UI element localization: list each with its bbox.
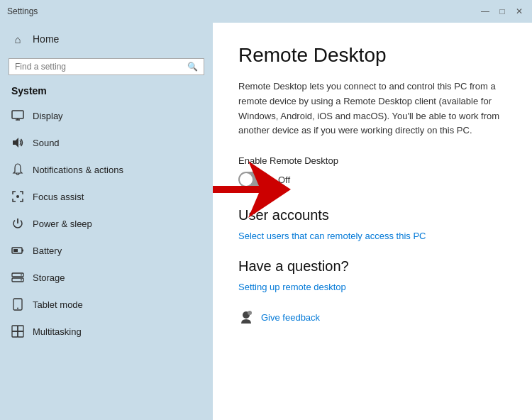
- sidebar-item-focus[interactable]: Focus assist: [0, 183, 213, 210]
- svg-rect-6: [22, 250, 23, 252]
- home-icon: ⌂: [11, 33, 24, 45]
- sidebar-item-focus-label: Focus assist: [33, 192, 84, 202]
- svg-point-10: [21, 275, 22, 276]
- sidebar-item-multitasking[interactable]: Multitasking: [0, 318, 213, 345]
- main-content: Remote Desktop Remote Desktop lets you c…: [213, 23, 532, 420]
- svg-point-13: [17, 308, 18, 309]
- svg-marker-3: [13, 138, 18, 148]
- svg-rect-16: [12, 331, 18, 337]
- sidebar-item-storage-label: Storage: [33, 272, 65, 283]
- feedback-icon: [238, 309, 254, 325]
- user-accounts-link[interactable]: Select users that can remotely access th…: [238, 231, 506, 241]
- focus-icon: [11, 190, 24, 203]
- battery-icon: [11, 244, 24, 257]
- toggle-knob: [240, 173, 253, 186]
- sidebar-item-display[interactable]: Display: [0, 102, 213, 129]
- svg-rect-7: [13, 249, 18, 252]
- svg-rect-17: [18, 331, 23, 337]
- search-box[interactable]: 🔍: [9, 58, 204, 75]
- svg-point-11: [21, 280, 22, 281]
- sidebar-item-sound[interactable]: Sound: [0, 129, 213, 156]
- storage-icon: [11, 271, 24, 284]
- title-bar: Settings — □ ✕: [0, 0, 532, 23]
- sidebar-item-tablet[interactable]: Tablet mode: [0, 291, 213, 318]
- sidebar-home-label: Home: [33, 33, 59, 45]
- sidebar-item-power-label: Power & sleep: [33, 219, 92, 229]
- page-description: Remote Desktop lets you connect to and c…: [238, 79, 506, 138]
- svg-rect-0: [12, 111, 23, 118]
- sidebar-item-battery-label: Battery: [33, 245, 62, 256]
- user-accounts-heading: User accounts: [238, 207, 506, 223]
- svg-rect-14: [12, 326, 18, 331]
- page-title: Remote Desktop: [238, 44, 506, 67]
- power-icon: [11, 217, 24, 230]
- sidebar-item-home[interactable]: ⌂ Home: [0, 23, 213, 55]
- toggle-state-label: Off: [278, 175, 290, 185]
- question-link[interactable]: Setting up remote desktop: [238, 282, 506, 292]
- svg-rect-15: [18, 326, 23, 331]
- app-body: ⌂ Home 🔍 System Display: [0, 23, 532, 420]
- notifications-icon: [11, 163, 24, 176]
- svg-point-20: [248, 311, 252, 315]
- sidebar-item-tablet-label: Tablet mode: [33, 299, 83, 310]
- feedback-row: Give feedback: [238, 309, 506, 325]
- sound-icon: [11, 136, 24, 149]
- window-controls: — □ ✕: [480, 6, 525, 17]
- close-button[interactable]: ✕: [514, 6, 525, 17]
- remote-desktop-toggle[interactable]: [238, 172, 270, 187]
- app-title: Settings: [7, 6, 38, 16]
- sidebar-item-power[interactable]: Power & sleep: [0, 210, 213, 237]
- sidebar-item-notifications-label: Notifications & actions: [33, 165, 123, 175]
- toggle-row: Off: [238, 172, 506, 187]
- sidebar-item-display-label: Display: [33, 111, 63, 121]
- tablet-icon: [11, 298, 24, 311]
- sidebar-item-multitasking-label: Multitasking: [33, 326, 82, 337]
- minimize-button[interactable]: —: [480, 6, 491, 17]
- sidebar-item-sound-label: Sound: [33, 138, 60, 148]
- sidebar-item-notifications[interactable]: Notifications & actions: [0, 156, 213, 183]
- sidebar-item-battery[interactable]: Battery: [0, 237, 213, 264]
- sidebar-item-storage[interactable]: Storage: [0, 264, 213, 291]
- maximize-button[interactable]: □: [497, 6, 508, 17]
- sidebar: ⌂ Home 🔍 System Display: [0, 23, 213, 420]
- sidebar-section-title: System: [0, 82, 213, 102]
- svg-point-4: [16, 195, 19, 198]
- display-icon: [11, 109, 24, 122]
- search-icon: 🔍: [187, 62, 198, 72]
- search-input[interactable]: [15, 62, 187, 72]
- multitasking-icon: [11, 325, 24, 338]
- enable-label: Enable Remote Desktop: [238, 155, 506, 166]
- feedback-link[interactable]: Give feedback: [261, 312, 320, 323]
- question-heading: Have a question?: [238, 258, 506, 275]
